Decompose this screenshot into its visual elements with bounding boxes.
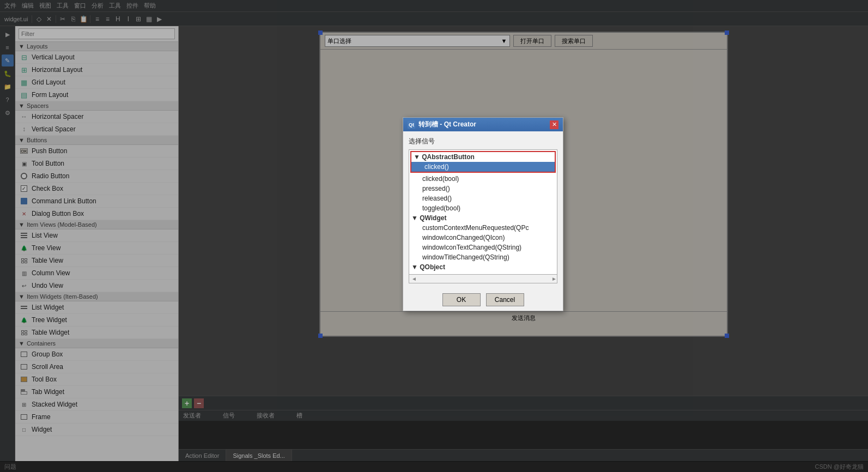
widget-item-form-layout[interactable]: ▤ Form Layout	[15, 89, 178, 101]
left-icon-project[interactable]: 📁	[2, 81, 14, 93]
copy-icon[interactable]: ⎘	[68, 14, 78, 24]
widget-label-column-view: Column View	[32, 269, 70, 277]
menu-item-tools2[interactable]: 工具	[107, 2, 123, 10]
widget-item-table-view[interactable]: Table View	[15, 255, 178, 267]
layout-icon[interactable]: ▦	[144, 14, 154, 24]
grid-icon[interactable]: ⊞	[133, 14, 143, 24]
widget-item-tab-widget[interactable]: Tab Widget	[15, 386, 178, 398]
menu-item-edit[interactable]: 编辑	[20, 2, 36, 10]
tree-item-released[interactable]: released()	[409, 193, 557, 203]
left-icon-2[interactable]: ≡	[2, 41, 14, 53]
menu-item-window[interactable]: 窗口	[72, 2, 88, 10]
widget-item-frame[interactable]: Frame	[15, 411, 178, 423]
widget-item-tree-widget[interactable]: 🌲 Tree Widget	[15, 314, 178, 326]
close-icon[interactable]: ✕	[44, 14, 54, 24]
widget-label-vertical-layout: Vertical Layout	[32, 53, 75, 61]
widget-item-command-link-button[interactable]: Command Link Button	[15, 195, 178, 208]
tree-item-customcontext[interactable]: customContextMenuRequested(QPc	[409, 223, 557, 233]
widget-item-group-box[interactable]: Group Box	[15, 348, 178, 361]
search-port-button[interactable]: 搜索单口	[555, 35, 593, 47]
widget-item-vertical-spacer[interactable]: ↕ Vertical Spacer	[15, 123, 178, 136]
widget-item-stacked-widget[interactable]: ⊞ Stacked Widget	[15, 398, 178, 411]
align-right-icon[interactable]: H	[113, 14, 123, 24]
widget-item-push-button[interactable]: OK Push Button	[15, 145, 178, 158]
tree-category-qwidget[interactable]: ▼ QWidget	[409, 213, 557, 223]
tree-item-clicked-bool[interactable]: clicked(bool)	[409, 174, 557, 184]
left-icon-debug[interactable]: 🐛	[2, 68, 14, 80]
widget-item-dialog-button-box[interactable]: ✕ Dialog Button Box	[15, 208, 178, 220]
new-icon[interactable]: ◇	[34, 14, 44, 24]
widget-label-list-widget: List Widget	[32, 304, 64, 311]
tree-category-qabstractbutton[interactable]: ▼ QAbstractButton	[411, 152, 555, 162]
widget-label-frame: Frame	[32, 413, 51, 421]
tree-item-toggled-bool[interactable]: toggled(bool)	[409, 203, 557, 213]
left-icon-edit[interactable]: ✎	[2, 55, 14, 66]
dialog-cancel-button[interactable]: Cancel	[486, 293, 524, 306]
cut-icon[interactable]: ✂	[58, 14, 68, 24]
widget-label-grid-layout: Grid Layout	[32, 78, 65, 86]
widget-label-scroll-area: Scroll Area	[32, 363, 63, 371]
combo-box-select[interactable]: 单口选择 ▼	[325, 35, 510, 47]
widget-item-tool-button[interactable]: ▣ Tool Button	[15, 158, 178, 170]
tree-item-clicked[interactable]: clicked()	[411, 162, 555, 172]
icon-toolbar: widget.ui ◇ ✕ ✂ ⎘ 📋 ≡ ≡ H I ⊞ ▦ ▶	[0, 12, 868, 26]
widget-item-tree-view[interactable]: 🌲 Tree View	[15, 242, 178, 255]
tree-category-qobject[interactable]: ▼ QObject	[409, 262, 557, 272]
left-icon-1[interactable]: ▶	[2, 28, 14, 40]
paste-icon[interactable]: 📋	[78, 14, 88, 24]
preview-icon[interactable]: ▶	[154, 14, 164, 24]
item-label-windowtitlechanged: windowTitleChanged(QString)	[422, 253, 509, 261]
category-label-layouts: Layouts	[27, 43, 48, 50]
handle-bottom-right[interactable]	[725, 334, 729, 338]
handle-top-left[interactable]	[318, 31, 323, 35]
widget-item-widget[interactable]: □ Widget	[15, 423, 178, 436]
menu-item-tools[interactable]: 工具	[54, 2, 71, 10]
widget-item-horizontal-layout[interactable]: ⊞ Horizontal Layout	[15, 64, 178, 76]
align-center-icon[interactable]: ≡	[102, 14, 112, 24]
add-connection-button[interactable]: +	[182, 398, 192, 408]
widget-item-scroll-area[interactable]: Scroll Area	[15, 361, 178, 373]
widget-item-radio-button[interactable]: Radio Button	[15, 170, 178, 183]
tree-item-pressed[interactable]: pressed()	[409, 184, 557, 193]
status-left: 问题	[4, 463, 16, 471]
form-bottom-label: 发送消息	[320, 311, 727, 324]
open-port-button[interactable]: 打开单口	[513, 35, 551, 47]
align-left-icon[interactable]: ≡	[92, 14, 102, 24]
widget-label-list-view: List View	[32, 232, 58, 239]
widget-item-table-widget[interactable]: Table Widget	[15, 326, 178, 339]
align-top-icon[interactable]: I	[123, 14, 133, 24]
widget-item-column-view[interactable]: ▥ Column View	[15, 267, 178, 280]
menu-item-view[interactable]: 视图	[37, 2, 53, 10]
file-title: widget.ui	[2, 16, 30, 22]
separator-1	[32, 15, 32, 23]
handle-bottom-left[interactable]	[318, 334, 323, 338]
category-buttons: ▼ Buttons	[15, 136, 178, 145]
menu-item-controls[interactable]: 控件	[124, 2, 141, 10]
left-icon-assist[interactable]: ⚙	[2, 107, 14, 119]
widget-item-list-view[interactable]: List View	[15, 229, 178, 242]
menu-item-analyze[interactable]: 分析	[89, 2, 106, 10]
tab-signals-slots[interactable]: Signals _Slots Ed...	[226, 450, 292, 461]
menu-item-file[interactable]: 文件	[2, 2, 19, 10]
tree-item-windowicontextchanged[interactable]: windowIconTextChanged(QString)	[409, 243, 557, 252]
list-view-icon	[20, 231, 28, 240]
widget-item-tool-box[interactable]: Tool Box	[15, 373, 178, 386]
widget-item-grid-layout[interactable]: ▦ Grid Layout	[15, 76, 178, 89]
widget-item-undo-view[interactable]: ↩ Undo View	[15, 280, 178, 292]
tab-action-editor[interactable]: Action Editor	[179, 450, 226, 461]
widget-filter-input[interactable]	[19, 28, 175, 39]
left-icon-help[interactable]: ?	[2, 94, 14, 106]
widget-item-vertical-layout[interactable]: ⊟ Vertical Layout	[15, 51, 178, 64]
tree-item-windowiconchanged[interactable]: windowIconChanged(QIcon)	[409, 233, 557, 243]
remove-connection-button[interactable]: −	[194, 398, 204, 408]
tree-item-windowtitlechanged[interactable]: windowTitleChanged(QString)	[409, 252, 557, 262]
menu-item-help[interactable]: 帮助	[142, 2, 158, 10]
handle-top-right[interactable]	[725, 31, 729, 35]
widget-item-check-box[interactable]: ✓ Check Box	[15, 183, 178, 195]
dialog-close-button[interactable]: ✕	[550, 120, 559, 129]
dialog-ok-button[interactable]: OK	[442, 293, 481, 306]
widget-item-list-widget[interactable]: List Widget	[15, 301, 178, 314]
widget-item-horizontal-spacer[interactable]: ↔ Horizontal Spacer	[15, 111, 178, 123]
signal-tree-hscrollbar[interactable]: ◄ ►	[409, 275, 557, 283]
signal-tree[interactable]: ▼ QAbstractButton clicked() clicked(bool…	[409, 149, 557, 275]
